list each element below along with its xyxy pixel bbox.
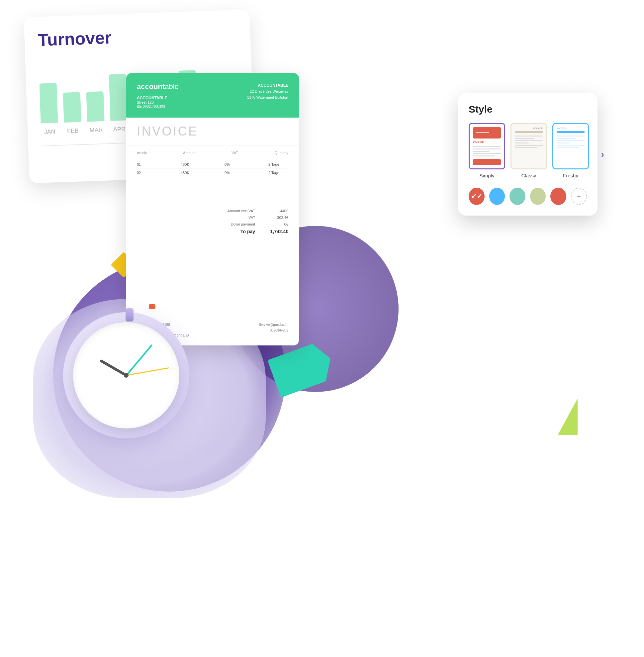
clock-hour-hand [100, 359, 127, 377]
logo-thin: able [165, 82, 179, 91]
row2-vat: 0% [225, 171, 245, 175]
bar-feb [63, 92, 81, 122]
swatch-blue[interactable] [489, 188, 505, 205]
bar-label-apr: APR [113, 126, 126, 133]
style-name-freshy: Freshy [563, 173, 578, 178]
bar-apr [109, 74, 128, 121]
simply-body-line-5 [473, 155, 495, 156]
style-option-classy[interactable]: INVOICE Classy [510, 123, 547, 178]
style-panel: Style INVOICE [458, 93, 598, 216]
row2-amount: 480€ [181, 171, 201, 175]
company-city: 1170 Watermaël Boitsfort [247, 95, 288, 100]
row2-article: 02 [137, 171, 157, 175]
green-triangle-shape [558, 399, 578, 435]
freshy-invoice-top: INVOICE [557, 127, 584, 130]
simply-body [473, 145, 501, 156]
swatch-green[interactable] [530, 188, 546, 205]
excl-vat-label: Amount excl VAT [215, 209, 255, 213]
color-swatches: ✓ + [469, 188, 587, 205]
logo-bold: account [137, 82, 165, 91]
invoice-word: INVOICE [137, 124, 288, 138]
style-thumb-classy[interactable]: INVOICE [510, 123, 547, 169]
invoice-row-2: 02 480€ 0% 2 Tage [137, 169, 288, 177]
total-row-vat: VAT 302.4€ [137, 214, 288, 221]
freshy-line-2 [557, 138, 576, 139]
clock-center [124, 373, 129, 378]
invoice-row-1: 01 480€ 0% 2 Tage [137, 160, 288, 169]
freshy-lines [557, 136, 584, 148]
to-pay-value: 1,742.4€ [268, 229, 288, 234]
invoice-table-header: Article Amount VAT. Quantity [137, 151, 288, 157]
freshy-line-5 [557, 145, 584, 146]
col-vat: VAT. [231, 151, 239, 155]
bar-mar [86, 91, 104, 122]
bar-jan [39, 83, 58, 123]
company-address: 22 Dreve des Weigelias [247, 89, 288, 95]
style-thumb-freshy[interactable]: INVOICE [552, 123, 589, 169]
row1-qty: 2 Tage [268, 162, 288, 166]
footer-right: Servive@gmail.com 0596344909 [259, 322, 288, 339]
freshy-top [557, 131, 584, 133]
clock-container [43, 292, 209, 458]
freshy-line-1 [557, 136, 584, 137]
row1-amount: 480€ [181, 162, 201, 166]
simply-body-line-3 [473, 151, 489, 152]
bar-group-jan: JAN [39, 83, 58, 136]
total-row-pay: To pay 1,742.4€ [137, 228, 288, 235]
footer-email: Servive@gmail.com [259, 322, 288, 327]
simply-body-line-1 [473, 146, 501, 147]
vat-label: VAT [215, 216, 255, 220]
invoice-totals: Amount excl VAT 1,440€ VAT 302.4€ Down p… [126, 202, 299, 241]
bar-group-apr: APR [109, 74, 128, 133]
col-article: Article [137, 151, 147, 155]
simply-invoice-label: INVOICE [473, 140, 501, 143]
total-row-down: Down payment 0€ [137, 221, 288, 228]
style-name-classy: Classy [521, 173, 536, 178]
freshy-line-6 [557, 147, 579, 148]
classy-top [515, 131, 543, 133]
invoice-company-info: ACCOUNTABLE 22 Dreve des Weigelias 1170 … [247, 82, 288, 100]
vat-value: 302.4€ [268, 216, 288, 220]
swatch-red[interactable]: ✓ [469, 188, 485, 205]
invoice-logo: accountable [137, 82, 179, 91]
down-payment-value: 0€ [268, 222, 288, 226]
stopwatch-button [125, 308, 134, 321]
invoice-table: Article Amount VAT. Quantity 01 480€ 0% … [126, 145, 299, 182]
classy-line-6 [515, 147, 537, 148]
to-pay-label: To pay [215, 229, 255, 234]
swatch-coral[interactable] [550, 188, 566, 205]
freshy-line-3 [557, 140, 584, 141]
classy-line-4 [515, 142, 529, 143]
row1-vat: 0% [225, 162, 245, 166]
style-name-simply: Simply [479, 173, 494, 178]
style-panel-title: Style [469, 104, 587, 115]
chevron-right-icon[interactable]: › [601, 149, 604, 160]
sender-name: ACCOUNTABLE [137, 96, 179, 100]
col-quantity: Quantity [275, 151, 288, 155]
clock-face [73, 322, 179, 429]
swatch-teal[interactable] [509, 188, 525, 205]
row2-qty: 2 Tage [268, 171, 288, 175]
style-thumb-simply[interactable]: INVOICE [469, 123, 505, 169]
invoice-sender-info: ACCOUNTABLE Street 123 BE 0682.763.303 [137, 96, 179, 108]
sender-street: Street 123 [137, 100, 179, 104]
turnover-title: Turnover [38, 23, 237, 50]
style-option-simply[interactable]: INVOICE Simply [469, 123, 505, 178]
excl-vat-value: 1,440€ [268, 209, 288, 213]
swatch-add-button[interactable]: + [571, 188, 587, 205]
footer-phone: 0596344909 [259, 327, 288, 333]
classy-line-5 [515, 145, 543, 146]
down-payment-label: Down payment [215, 222, 255, 226]
simply-footer [473, 159, 501, 165]
bar-label-jan: JAN [44, 128, 55, 136]
simply-body-line-2 [473, 149, 501, 150]
simply-header [473, 127, 501, 138]
simply-line-1 [476, 132, 489, 133]
col-amount: Amount [183, 151, 196, 155]
add-icon: + [577, 191, 581, 201]
style-option-freshy[interactable]: INVOICE Freshy [552, 123, 589, 178]
classy-line-1 [515, 136, 543, 137]
total-row-excl-vat: Amount excl VAT 1,440€ [137, 208, 288, 214]
sender-vat: BE 0682.763.303 [137, 104, 179, 108]
classy-invoice-top: INVOICE [515, 127, 543, 130]
